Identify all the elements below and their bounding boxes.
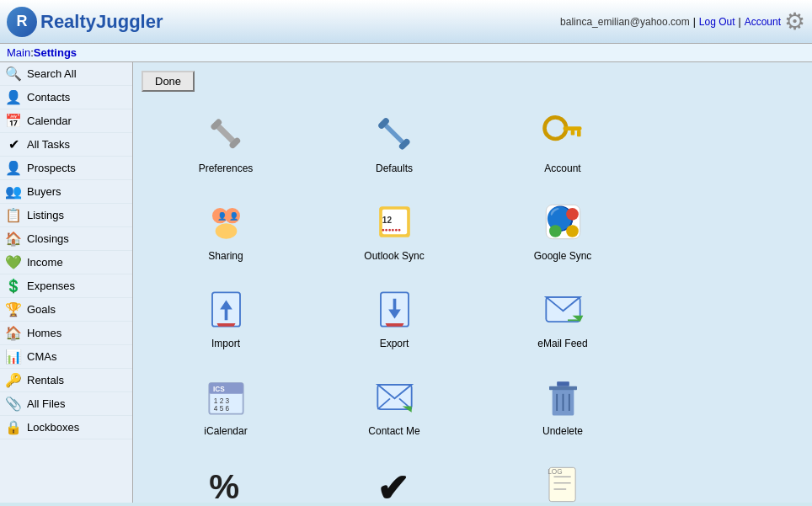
sidebar-icon-listings: 📋 — [5, 207, 22, 223]
sidebar-label-rentals: Rentals — [27, 374, 64, 386]
sidebar-icon-closings: 🏠 — [5, 231, 22, 247]
sidebar-label-homes: Homes — [27, 327, 61, 339]
settings-icon-contact-me — [369, 371, 419, 422]
settings-label-import: Import — [211, 338, 240, 349]
settings-item-outlook-sync[interactable]: 12 ●●●●●● Outlook Sync — [318, 189, 470, 269]
sidebar-icon-cmas: 📊 — [5, 349, 22, 365]
sidebar-label-all-tasks: All Tasks — [27, 138, 70, 151]
settings-label-email-feed: eMail Feed — [537, 338, 587, 349]
sidebar-icon-expenses: 💲 — [5, 278, 22, 294]
sidebar-icon-calendar: 📅 — [5, 113, 22, 129]
svg-point-21 — [566, 208, 579, 221]
sidebar-label-calendar: Calendar — [27, 115, 72, 127]
svg-text:●●●●●●: ●●●●●● — [381, 226, 400, 232]
svg-rect-46 — [557, 381, 569, 386]
settings-label-preferences: Preferences — [199, 162, 254, 174]
sidebar-item-all-tasks[interactable]: ✔All Tasks — [0, 133, 132, 157]
svg-point-12 — [215, 223, 237, 238]
settings-item-google-sync[interactable]: 🔵 Google Sync — [487, 189, 638, 269]
sidebar-item-rentals[interactable]: 🔑Rentals — [0, 369, 132, 392]
user-email: balinca_emilian@yahoo.com — [560, 16, 690, 28]
svg-point-22 — [549, 225, 562, 237]
sidebar-item-lockboxes[interactable]: 🔒Lockboxes — [0, 416, 132, 439]
sidebar-item-calendar[interactable]: 📅Calendar — [0, 109, 132, 133]
settings-item-preferences[interactable]: Preferences — [150, 102, 302, 181]
settings-item-export[interactable]: Export — [318, 277, 470, 356]
settings-item-contact-me[interactable]: Contact Me — [318, 365, 470, 444]
settings-item-log[interactable]: LOG Log — [487, 452, 638, 503]
settings-item-undelete[interactable]: Undelete — [487, 365, 638, 444]
sidebar-label-prospects: Prospects — [27, 162, 76, 174]
settings-link[interactable]: Settings — [34, 46, 77, 59]
svg-point-23 — [566, 225, 579, 237]
settings-icon-preferences — [200, 109, 251, 159]
settings-label-contact-me: Contact Me — [368, 425, 419, 437]
sidebar-item-closings[interactable]: 🏠Closings — [0, 227, 132, 251]
account-link[interactable]: Account — [745, 16, 781, 28]
settings-item-import[interactable]: Import — [150, 277, 302, 356]
settings-icon-import — [200, 284, 251, 334]
main-link[interactable]: Main — [7, 46, 30, 59]
sidebar: 🔍Search All👤Contacts📅Calendar✔All Tasks👤… — [0, 62, 133, 503]
sidebar-label-listings: Listings — [27, 209, 64, 221]
sidebar-item-all-files[interactable]: 📎All Files — [0, 392, 132, 416]
logout-link[interactable]: Log Out — [699, 16, 735, 28]
svg-rect-8 — [577, 130, 581, 136]
settings-label-undelete: Undelete — [542, 425, 583, 437]
sidebar-item-goals[interactable]: 🏆Goals — [0, 298, 132, 322]
sidebar-label-contacts: Contacts — [27, 91, 70, 104]
settings-item-icalendar[interactable]: ICS 1 2 3 4 5 6 iCalendar — [150, 365, 302, 444]
settings-label-account: Account — [544, 162, 580, 174]
settings-icon-log: LOG — [537, 459, 588, 503]
svg-text:✔: ✔ — [376, 466, 409, 503]
gear-icon[interactable]: ⚙ — [784, 8, 805, 35]
settings-icon-icalendar: ICS 1 2 3 4 5 6 — [200, 371, 251, 422]
settings-icon-sharing: 👤 👤 — [200, 196, 251, 247]
settings-icon-outlook-sync: 12 ●●●●●● — [369, 196, 419, 247]
settings-item-defaults[interactable]: Defaults — [318, 102, 470, 181]
settings-item-task-plans[interactable]: ✔Task Plans — [318, 452, 470, 503]
svg-marker-29 — [385, 323, 403, 327]
settings-icon-email-feed — [537, 284, 588, 334]
svg-text:12: 12 — [382, 216, 392, 225]
sidebar-icon-search-all: 🔍 — [5, 66, 22, 82]
settings-grid: PreferencesDefaultsAccount 👤 👤 Sharing 1… — [142, 102, 804, 503]
sidebar-icon-homes: 🏠 — [5, 325, 22, 341]
sidebar-item-cmas[interactable]: 📊CMAs — [0, 345, 132, 369]
sidebar-label-goals: Goals — [27, 303, 56, 316]
settings-item-mail-forms[interactable]: %Mail Forms — [150, 452, 302, 503]
logo-area: R RealtyJuggler — [7, 7, 163, 37]
svg-text:ICS: ICS — [212, 386, 224, 393]
sidebar-item-contacts[interactable]: 👤Contacts — [0, 86, 132, 109]
sidebar-item-prospects[interactable]: 👤Prospects — [0, 157, 132, 180]
settings-icon-defaults — [369, 109, 419, 159]
sidebar-item-expenses[interactable]: 💲Expenses — [0, 274, 132, 298]
done-button[interactable]: Done — [142, 71, 195, 92]
settings-item-account[interactable]: Account — [487, 102, 638, 181]
sidebar-item-homes[interactable]: 🏠Homes — [0, 322, 132, 345]
sidebar-label-all-files: All Files — [27, 397, 66, 410]
content-area: Done PreferencesDefaultsAccount 👤 👤 Shar… — [133, 62, 812, 503]
svg-text:%: % — [209, 467, 239, 503]
svg-text:4 5 6: 4 5 6 — [213, 405, 229, 413]
svg-point-6 — [544, 117, 566, 139]
settings-icon-export — [369, 284, 419, 334]
svg-rect-7 — [563, 126, 581, 130]
settings-icon-mail-forms: % — [200, 459, 251, 503]
sidebar-icon-contacts: 👤 — [5, 89, 22, 105]
svg-marker-26 — [216, 323, 235, 327]
sidebar-item-listings[interactable]: 📋Listings — [0, 204, 132, 227]
settings-icon-task-plans: ✔ — [369, 459, 419, 503]
sidebar-icon-buyers: 👥 — [5, 184, 22, 200]
svg-rect-9 — [570, 130, 574, 135]
sidebar-item-income[interactable]: 💚Income — [0, 251, 132, 274]
sidebar-item-search-all[interactable]: 🔍Search All — [0, 62, 132, 86]
settings-item-sharing[interactable]: 👤 👤 Sharing — [150, 189, 302, 269]
sidebar-icon-goals: 🏆 — [5, 301, 22, 317]
settings-label-google-sync: Google Sync — [534, 250, 592, 262]
sidebar-label-closings: Closings — [27, 232, 69, 245]
settings-item-email-feed[interactable]: eMail Feed — [487, 277, 638, 356]
sidebar-icon-rentals: 🔑 — [5, 372, 22, 388]
sidebar-item-buyers[interactable]: 👥Buyers — [0, 180, 132, 204]
main-layout: 🔍Search All👤Contacts📅Calendar✔All Tasks👤… — [0, 62, 812, 503]
